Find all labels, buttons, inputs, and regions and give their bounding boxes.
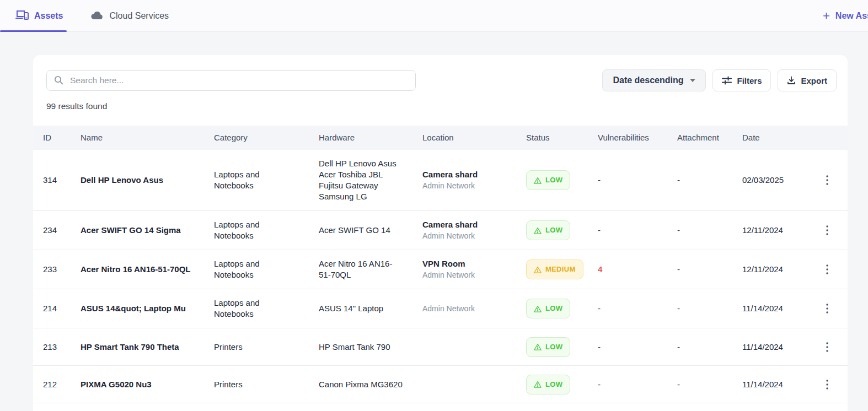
asset-location: Admin Network <box>422 303 526 314</box>
table-row[interactable]: 214 ASUS 14&quot; Laptop Mu Laptops and … <box>33 289 848 328</box>
asset-id: 233 <box>33 264 81 275</box>
row-actions <box>819 377 848 392</box>
attachment-value: - <box>677 264 742 275</box>
table-row[interactable]: 213 HP Smart Tank 790 Theta Printers HP … <box>33 328 848 366</box>
sliders-icon <box>722 76 732 85</box>
location-secondary: Admin Network <box>422 230 519 241</box>
search-input[interactable] <box>46 70 416 91</box>
asset-name: ASUS 14&quot; Laptop Mu <box>81 303 214 314</box>
toolbar: Date descending Filters Export 99 result… <box>33 55 848 126</box>
asset-category: Printers <box>214 342 319 353</box>
vulnerabilities-count: - <box>598 225 677 236</box>
export-button[interactable]: Export <box>778 69 837 91</box>
status-badge: LOW <box>526 299 570 318</box>
status-label: LOW <box>545 303 562 314</box>
asset-category: Laptops and Notebooks <box>214 258 319 280</box>
row-menu-button[interactable] <box>819 262 835 277</box>
asset-category: Printers <box>214 379 319 390</box>
asset-date: 11/14/2024 <box>742 342 819 353</box>
status-badge: LOW <box>526 220 570 240</box>
vulnerabilities-count: - <box>598 379 677 390</box>
asset-id: 314 <box>33 175 81 186</box>
warning-icon <box>534 305 542 312</box>
new-asset-label: New Asset <box>835 11 868 21</box>
status-badge: LOW <box>526 337 570 357</box>
tab-assets-label: Assets <box>34 11 63 21</box>
warning-icon <box>534 227 542 234</box>
export-label: Export <box>801 76 827 85</box>
asset-hardware: Dell HP Lenovo Asus Acer Toshiba JBL Fuj… <box>319 158 422 202</box>
assets-panel: Date descending Filters Export 99 result… <box>33 55 848 411</box>
asset-date: 12/11/2024 <box>742 264 819 275</box>
row-menu-button[interactable] <box>819 172 835 188</box>
status-label: LOW <box>545 379 562 390</box>
column-header-date: Date <box>742 132 819 143</box>
table-row[interactable]: 212 PIXMA G5020 Nu3 Printers Canon Pixma… <box>33 366 848 403</box>
asset-hardware: ASUS 14" Laptop <box>319 303 422 314</box>
location-primary: VPN Room <box>422 258 519 269</box>
asset-name: Dell HP Lenovo Asus <box>81 175 214 186</box>
kebab-icon <box>826 304 828 313</box>
asset-hardware: HP Smart Tank 790 <box>319 342 422 353</box>
status-label: LOW <box>545 175 562 186</box>
attachment-value: - <box>677 342 742 353</box>
vulnerabilities-count: - <box>598 303 677 314</box>
table-row[interactable]: 234 Acer SWIFT GO 14 Sigma Laptops and N… <box>33 211 848 250</box>
warning-icon <box>534 381 542 388</box>
row-actions <box>819 339 848 355</box>
asset-hardware: Acer Nitro 16 AN16-51-70QL <box>319 258 422 280</box>
column-header-status: Status <box>526 132 598 143</box>
asset-date: 11/14/2024 <box>742 303 819 314</box>
sort-label: Date descending <box>613 75 683 85</box>
asset-hardware: Canon Pixma MG3620 <box>319 379 422 390</box>
new-asset-button[interactable]: + New Asset <box>823 0 868 31</box>
tab-assets[interactable]: Assets <box>15 0 63 31</box>
asset-name: Acer Nitro 16 AN16-51-70QL <box>81 264 214 275</box>
table-row[interactable]: 233 Acer Nitro 16 AN16-51-70QL Laptops a… <box>33 250 848 289</box>
tab-cloud-services[interactable]: Cloud Services <box>90 0 169 31</box>
row-actions <box>819 262 848 277</box>
asset-id: 212 <box>33 379 81 390</box>
table-body: 314 Dell HP Lenovo Asus Laptops and Note… <box>33 150 848 403</box>
row-menu-button[interactable] <box>819 377 835 392</box>
asset-category: Laptops and Notebooks <box>214 219 319 241</box>
asset-location: VPN Room Admin Network <box>422 258 526 280</box>
asset-status: LOW <box>526 299 598 318</box>
sort-dropdown[interactable]: Date descending <box>602 69 706 91</box>
asset-status: LOW <box>526 170 598 190</box>
attachment-value: - <box>677 175 742 186</box>
vulnerabilities-count: - <box>598 342 677 353</box>
asset-id: 234 <box>33 225 81 236</box>
attachment-value: - <box>677 225 742 236</box>
row-menu-button[interactable] <box>819 223 835 238</box>
row-actions <box>819 301 848 316</box>
asset-location: Camera shard Admin Network <box>422 219 526 241</box>
status-badge: LOW <box>526 375 570 394</box>
asset-name: HP Smart Tank 790 Theta <box>81 342 214 353</box>
asset-status: LOW <box>526 220 598 240</box>
asset-category: Laptops and Notebooks <box>214 169 319 191</box>
kebab-icon <box>826 342 828 352</box>
location-secondary: Admin Network <box>422 269 519 280</box>
asset-hardware: Acer SWIFT GO 14 <box>319 225 422 236</box>
filters-button[interactable]: Filters <box>712 69 771 91</box>
asset-date: 02/03/2025 <box>742 175 819 186</box>
row-menu-button[interactable] <box>819 339 835 355</box>
plus-icon: + <box>823 10 830 22</box>
warning-icon <box>534 177 542 184</box>
column-header-name: Name <box>81 132 214 143</box>
warning-icon <box>534 343 542 350</box>
status-badge: LOW <box>526 170 570 190</box>
table-row[interactable]: 314 Dell HP Lenovo Asus Laptops and Note… <box>33 150 848 211</box>
location-secondary: Admin Network <box>422 180 519 191</box>
column-header-hardware: Hardware <box>319 132 422 143</box>
status-label: LOW <box>545 225 562 236</box>
column-header-category: Category <box>214 132 319 143</box>
row-menu-button[interactable] <box>819 301 835 316</box>
warning-icon <box>534 266 542 273</box>
column-header-id: ID <box>33 132 81 143</box>
row-actions <box>819 223 848 238</box>
vulnerabilities-count: 4 <box>598 264 677 275</box>
asset-location: Camera shard Admin Network <box>422 169 526 191</box>
asset-date: 11/14/2024 <box>742 379 819 390</box>
